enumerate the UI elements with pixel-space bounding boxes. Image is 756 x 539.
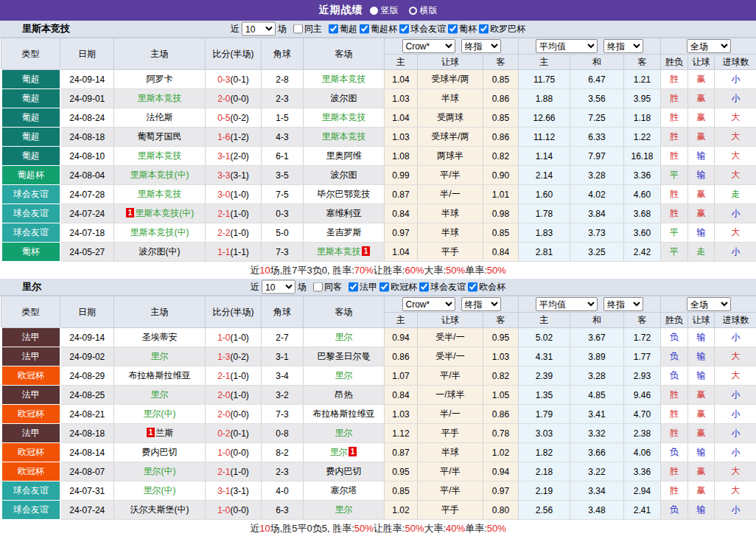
home-team-link[interactable]: 沃尔夫斯堡(中) [130,504,189,515]
away-team-link[interactable]: 里尔 [330,447,348,457]
away-team-cell: 里尔 [304,366,385,386]
same-venue-checkbox-label: 同客 [313,281,342,293]
home-team-link[interactable]: 兰斯 [155,428,173,438]
corner-cell: 3-5 [262,166,304,185]
home-team-link[interactable]: 里斯本竞技(中) [130,227,189,237]
away-team-link[interactable]: 波尔图 [331,170,357,180]
home-team-link[interactable]: 里尔 [151,389,169,400]
away-odds-cell: 0.84 [483,243,519,262]
full-time-score: 1-1 [217,247,230,257]
section-header: 里尔 近10场同客法甲欧冠杯球会友谊欧会杯 [0,279,756,296]
vertical-layout-radio[interactable]: 竖版 [370,4,399,17]
corner-cell: 4-3 [262,128,304,147]
away-team-link[interactable]: 毕尔巴鄂竞技 [318,189,371,199]
away-team-link[interactable]: 昂热 [335,389,353,400]
away-team-link[interactable]: 波尔图 [331,93,357,103]
away-team-link[interactable]: 里尔 [335,504,353,515]
odds-stage-select[interactable]: 终指 [461,39,501,53]
away-team-link[interactable]: 里尔 [335,428,353,438]
home-team-link[interactable]: 里尔 [151,351,169,361]
away-team-link[interactable]: 塞维利亚 [326,208,362,218]
recent-count-select[interactable]: 10 [242,22,276,36]
horizontal-layout-radio[interactable]: 横版 [409,4,438,17]
half-time-score: (1-1) [231,247,249,257]
league-filter-checkbox[interactable] [360,24,369,34]
handicap-result-cell: 赢 [688,204,715,223]
same-venue-checkbox[interactable] [293,24,303,34]
league-filter-checkbox[interactable] [399,24,409,34]
avg-source-select[interactable]: 平均值 [536,39,598,53]
half-time-score: (0-1) [231,74,249,85]
home-team-link[interactable]: 里斯本竞技 [138,150,182,161]
half-time-score: (1-0) [231,189,249,200]
home-team-link[interactable]: 葡萄牙国民 [138,131,182,142]
away-team-link[interactable]: 巴黎圣日尔曼 [318,351,371,361]
away-team-link[interactable]: 里尔 [335,332,353,342]
home-team-link[interactable]: 里斯本竞技 [138,93,182,103]
away-team-link[interactable]: 布拉格斯拉维亚 [313,408,375,419]
home-team: 里斯本竞技(中) [130,170,189,180]
away-team-link[interactable]: 里斯本竞技 [322,131,366,142]
home-odds-cell: 1.12 [385,424,418,443]
full-time-score: 2-2 [217,228,230,238]
scope-select[interactable]: 全场 [687,297,731,311]
home-team-cell: 阿罗卡 [114,70,206,89]
league-filter-checkbox[interactable] [448,24,458,34]
result-label: 负 [670,447,679,457]
result-label: 输 [697,332,706,342]
home-team-link[interactable]: 里尔(中) [144,485,176,495]
away-team-link[interactable]: 里尔 [335,370,353,380]
away-odds-cell: 0.82 [483,366,519,386]
away-team-link[interactable]: 里斯本竞技 [322,74,366,84]
match-row: 葡超24-08-10里斯本竞技3-1(2-0)6-1里奥阿维1.08两球半0.8… [1,147,756,166]
away-team-link[interactable]: 里奥阿维 [326,150,362,161]
league-filter-checkbox[interactable] [468,282,477,292]
league-filter-checkbox-text: 法甲 [360,281,377,293]
home-team-link[interactable]: 里尔(中) [144,408,176,419]
away-team-link[interactable]: 塞尔塔 [331,485,357,495]
home-team-link[interactable]: 里斯本竞技(中) [135,208,194,218]
odds-group-header: 全场 [661,38,756,55]
home-team-link[interactable]: 法伦斯 [147,112,173,122]
home-team: 葡萄牙国民 [138,131,182,142]
home-team-link[interactable]: 里斯本竞技(中) [130,170,189,180]
odds-source-select[interactable]: Crow* [402,297,455,311]
half-time-score: (0-0) [231,409,249,420]
league-filter-checkbox[interactable] [479,24,489,34]
home-team-link[interactable]: 阿罗卡 [147,74,173,84]
scope-select[interactable]: 全场 [687,39,731,53]
league-filter-checkbox-text: 葡超杯 [371,23,397,35]
away-team-link[interactable]: 里斯本竞技 [322,112,366,122]
away-team-link[interactable]: 费内巴切 [326,466,362,476]
recent-count-select[interactable]: 10 [262,280,295,294]
league-filter-checkbox[interactable] [379,282,389,292]
home-team-link[interactable]: 圣埃蒂安 [142,332,178,342]
away-team-link[interactable]: 圣吉罗斯 [326,227,362,237]
home-team-link[interactable]: 波尔图(中) [139,246,181,257]
league-filter-checkbox[interactable] [419,282,429,292]
avg-source-select[interactable]: 平均值 [536,297,598,311]
home-team-link[interactable]: 布拉格斯拉维亚 [129,370,191,380]
away-team-cell: 里奥阿维 [304,147,385,166]
home-team-link[interactable]: 里尔(中) [144,466,176,476]
same-venue-checkbox[interactable] [313,282,323,292]
odds-source-select[interactable]: Crow* [402,39,455,53]
odds-stage-select[interactable]: 终指 [461,297,501,311]
matches-table-container: 类型日期主场比分(半场)角球客场Crow*终指平均值终指全场主让球客主和客胜负让… [0,296,756,520]
avg-stage-select[interactable]: 终指 [603,297,643,311]
home-team-cell: 里尔(中) [114,405,206,424]
league-filter-checkbox[interactable] [349,282,358,292]
home-team-link[interactable]: 费内巴切 [142,447,178,457]
date-cell: 24-08-18 [60,128,114,147]
league-filter-checkbox[interactable] [329,24,338,34]
league-filter-checkbox-text: 球会友谊 [410,23,446,35]
avg-stage-select[interactable]: 终指 [603,39,643,53]
home-team-cell: 葡萄牙国民 [114,128,206,147]
goals-result-cell: 大 [715,366,756,386]
league-filter-checkbox-label: 欧冠杯 [379,281,417,293]
league-filter-checkbox-label: 法甲 [349,281,377,293]
home-team-link[interactable]: 里斯本竞技 [138,189,182,199]
full-time-score: 0-3 [217,74,230,85]
away-team-link[interactable]: 里斯本竞技 [317,246,361,257]
match-row: 葡超杯24-08-04里斯本竞技(中)3-3(3-1)3-5波尔图0.99平/半… [1,166,756,185]
